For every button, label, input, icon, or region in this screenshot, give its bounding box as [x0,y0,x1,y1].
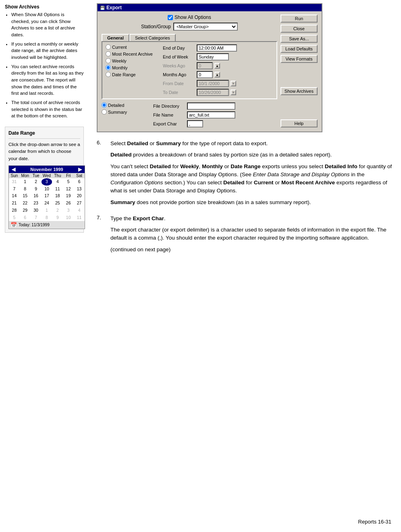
calendar-header: ◀ November 1999 ▶ [9,166,85,173]
cal-cell[interactable]: 9 [31,186,42,193]
show-archives-bullets: When Show All Options is checked, you ca… [5,11,84,119]
months-ago-spin-up[interactable]: ▲ [214,72,220,77]
cal-cell[interactable]: 5 [9,214,20,221]
export-title-icon: 💾 [100,6,105,10]
tab-general[interactable]: General [102,34,129,41]
cal-cell[interactable]: 15 [20,192,31,200]
cal-cell[interactable]: 24 [42,200,52,207]
cal-cell[interactable]: 26 [63,200,74,207]
radio-weekly[interactable]: Weekly [106,58,154,63]
export-title-text: Export [106,5,122,10]
bullet-1: When Show All Options is checked, you ca… [11,11,84,38]
cal-cell[interactable]: 7 [31,214,42,221]
cal-cell[interactable]: 21 [9,200,20,207]
close-button[interactable]: Close [280,25,318,33]
file-fields-col: File Directory File Name Export Char [153,102,277,127]
radio-most-recent[interactable]: Most Recent Archive [106,51,154,56]
cal-cell[interactable]: 30 [31,207,42,214]
weeks-ago-spin-up[interactable]: ▲ [214,63,220,69]
p2-detailed2: Detailed [223,179,245,186]
cal-prev-arrow[interactable]: ◀ [10,167,17,172]
cal-cell[interactable]: 22 [20,200,31,207]
cal-cell[interactable]: 3 [63,207,74,214]
day-mon: Mon [20,173,31,178]
cal-cell[interactable]: 18 [52,192,63,200]
cal-cell[interactable]: 1 [42,207,52,214]
cal-cell[interactable]: 2 [31,178,42,186]
cal-cell[interactable]: 5 [63,178,74,186]
cal-cell[interactable]: 6 [74,178,85,186]
cal-cell[interactable]: 1 [20,178,31,186]
cal-cell[interactable]: 28 [9,207,20,214]
p2-detailed: Detailed [150,163,171,169]
cal-cell[interactable]: 10 [42,186,52,193]
cal-cell[interactable]: 9 [52,214,63,221]
step-6-heading: Select Detailed or Summary for the type … [110,140,393,148]
cal-cell[interactable]: 20 [74,192,85,200]
calendar: ◀ November 1999 ▶ Sun Mon Tue Wed Thu Fr… [8,165,85,229]
step-6-para2: You can't select Detailed for Weekly, Mo… [110,163,393,195]
cal-cell[interactable]: 16 [31,192,42,200]
radio-date-range[interactable]: Date Range [106,72,154,77]
file-directory-input[interactable] [187,102,235,110]
cal-cell[interactable]: 2 [52,207,63,214]
weeks-ago-row: Weeks Ago ▲ [163,62,273,69]
cal-cell[interactable]: 13 [74,186,85,193]
to-date-input [197,89,229,96]
help-button[interactable]: Help [280,119,318,127]
months-ago-row: Months Ago ▲ [163,71,273,78]
cal-next-arrow[interactable]: ▶ [77,167,83,172]
from-date-label: From Date [163,81,195,86]
station-group-select[interactable]: <Master Group> [173,23,238,31]
cal-cell-today[interactable]: 3 [42,178,52,186]
radio-summary[interactable]: Summary [102,109,150,115]
cal-cell[interactable]: 29 [20,207,31,214]
day-sun: Sun [9,173,20,178]
file-name-input[interactable] [187,111,235,119]
end-of-day-row: End of Day [163,44,273,52]
show-archives-section: Show Archives When Show All Options is c… [5,4,84,119]
radio-current[interactable]: Current [106,44,154,50]
load-defaults-button[interactable]: Load Defaults [280,45,318,53]
end-of-day-input[interactable] [197,44,237,52]
main-content: 💾 Export Show All Options Station/Group … [89,0,401,532]
export-buttons: Run Close Save As... Load Defaults View … [280,15,318,127]
show-archives-button[interactable]: Show Archives [280,87,318,95]
cal-cell[interactable]: 11 [74,214,85,221]
cal-cell[interactable]: 6 [20,214,31,221]
save-as-button[interactable]: Save As... [280,35,318,43]
cal-cell[interactable]: 14 [9,192,20,200]
bottom-section: Detailed Summary File Directory [102,102,277,127]
run-button[interactable]: Run [280,15,318,23]
cal-cell[interactable]: 11 [52,186,63,193]
cal-cell[interactable]: 4 [52,178,63,186]
view-formats-button[interactable]: View Formats [280,55,318,63]
cal-cell[interactable]: 12 [63,186,74,193]
tab-select-categories[interactable]: Select Categories [129,34,176,41]
show-all-checkbox[interactable] [168,15,173,20]
cal-cell[interactable]: 4 [74,207,85,214]
station-group-row: Station/Group <Master Group> [102,23,277,31]
to-date-spin: ▼ [231,90,236,95]
step-7-para2: (continued on next page) [110,246,393,254]
radio-detailed[interactable]: Detailed [102,102,150,108]
cal-cell[interactable]: 7 [9,186,20,193]
months-ago-input[interactable] [197,71,213,78]
p2-weekly: Weekly [180,163,199,169]
cal-cell[interactable]: 27 [74,200,85,207]
cal-cell[interactable]: 19 [63,192,74,200]
export-char-input[interactable] [187,120,203,127]
cal-cell[interactable]: 31 [9,178,20,186]
cal-cell[interactable]: 17 [42,192,52,200]
from-date-spin: ▼ [231,81,236,86]
cal-cell[interactable]: 10 [63,214,74,221]
cal-cell[interactable]: 8 [20,186,31,193]
date-range-title: Date Range [8,130,80,136]
end-of-week-input[interactable] [197,53,229,61]
cal-cell[interactable]: 23 [31,200,42,207]
step-7-export-char: Export Char [133,215,164,221]
cal-cell[interactable]: 8 [42,214,52,221]
cal-cell[interactable]: 25 [52,200,63,207]
step-6: 6. Select Detailed or Summary for the ty… [97,140,393,210]
radio-monthly[interactable]: Monthly [106,65,154,70]
